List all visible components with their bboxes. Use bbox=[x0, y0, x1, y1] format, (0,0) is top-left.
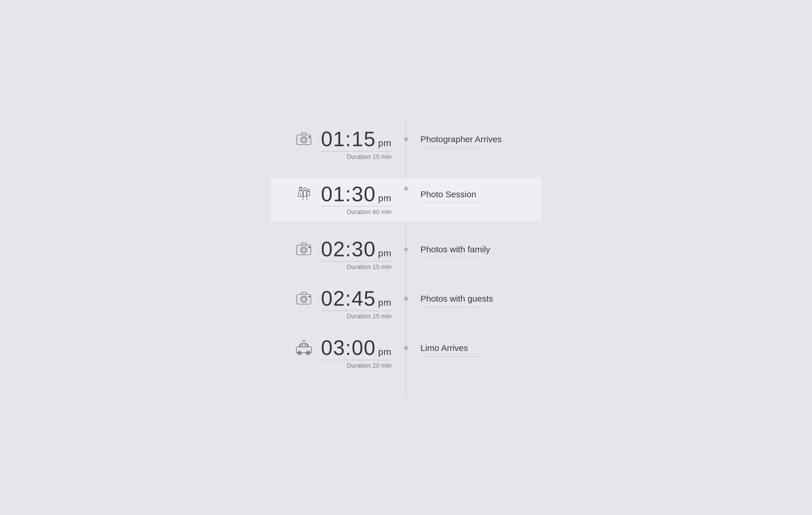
timeline-container: 01:15 pm Duration 15 min Photographer Ar… bbox=[276, 117, 536, 398]
time-display: 01:15 pm bbox=[321, 129, 392, 149]
svg-point-16 bbox=[309, 296, 310, 297]
time-digits: 02:45 bbox=[321, 288, 376, 309]
time-block: 02:45 pm Duration 15 min bbox=[321, 288, 392, 320]
time-display: 02:45 pm bbox=[321, 288, 392, 309]
duration-line bbox=[321, 360, 392, 360]
people-icon bbox=[294, 184, 314, 204]
timeline-dot bbox=[404, 247, 408, 251]
timeline-dot bbox=[404, 137, 408, 141]
event-separator bbox=[420, 356, 484, 357]
timeline-item: 02:30 pm Duration 15 min Photos with fam… bbox=[276, 239, 536, 271]
svg-point-7 bbox=[308, 189, 310, 191]
event-title: Photos with family bbox=[420, 245, 536, 254]
time-block: 03:00 pm Duration 20 min bbox=[321, 337, 392, 369]
time-display: 03:00 pm bbox=[321, 337, 392, 358]
svg-point-2 bbox=[302, 138, 306, 142]
time-block: 02:30 pm Duration 15 min bbox=[321, 239, 392, 271]
right-side: Photo Session bbox=[406, 184, 542, 203]
svg-rect-6 bbox=[303, 190, 307, 196]
svg-point-11 bbox=[302, 248, 306, 252]
event-separator bbox=[420, 307, 484, 307]
timeline-dot bbox=[404, 187, 408, 191]
duration-text: Duration 15 min bbox=[347, 153, 392, 161]
duration-line bbox=[321, 261, 392, 262]
time-digits: 03:00 bbox=[321, 337, 376, 358]
svg-point-5 bbox=[303, 187, 306, 190]
right-side: Limo Arrives bbox=[406, 337, 536, 357]
svg-point-4 bbox=[299, 187, 302, 190]
time-display: 01:30 pm bbox=[321, 184, 392, 205]
time-block: 01:30 pm Duration 60 min bbox=[321, 184, 392, 216]
time-digits: 02:30 bbox=[321, 239, 376, 260]
time-digits: 01:30 bbox=[321, 184, 376, 205]
duration-text: Duration 15 min bbox=[347, 263, 392, 271]
event-title: Photographer Arrives bbox=[420, 134, 536, 144]
timeline-dot bbox=[404, 346, 408, 350]
event-title: Photo Session bbox=[420, 189, 542, 199]
time-ampm: pm bbox=[378, 138, 392, 149]
time-ampm: pm bbox=[378, 346, 392, 357]
time-ampm: pm bbox=[378, 297, 392, 308]
svg-point-3 bbox=[309, 137, 310, 138]
timeline-item: 01:30 pm Duration 60 min Photo Session bbox=[270, 178, 542, 221]
event-title: Photos with guests bbox=[420, 294, 536, 304]
svg-point-14 bbox=[301, 296, 307, 302]
right-side: Photos with guests bbox=[406, 288, 536, 307]
duration-text: Duration 20 min bbox=[347, 362, 392, 369]
time-digits: 01:15 bbox=[321, 129, 376, 149]
svg-point-12 bbox=[309, 246, 310, 248]
car-icon bbox=[294, 337, 314, 358]
camera-icon bbox=[294, 288, 314, 308]
svg-rect-8 bbox=[307, 191, 310, 195]
duration-line bbox=[321, 206, 392, 207]
duration-text: Duration 15 min bbox=[347, 312, 392, 320]
right-side: Photographer Arrives bbox=[406, 129, 536, 148]
left-side: 03:00 pm Duration 20 min bbox=[276, 337, 406, 369]
timeline-dot bbox=[404, 297, 408, 301]
event-title: Limo Arrives bbox=[420, 343, 536, 353]
left-side: 02:45 pm Duration 15 min bbox=[276, 288, 406, 320]
timeline-item: 02:45 pm Duration 15 min Photos with gue… bbox=[276, 288, 536, 320]
left-side: 02:30 pm Duration 15 min bbox=[276, 239, 406, 271]
duration-line bbox=[321, 151, 392, 151]
camera-icon bbox=[294, 129, 314, 149]
event-separator bbox=[420, 148, 484, 148]
svg-point-1 bbox=[301, 137, 307, 143]
event-separator bbox=[420, 203, 484, 203]
left-side: 01:30 pm Duration 60 min bbox=[270, 184, 406, 216]
svg-rect-17 bbox=[296, 347, 312, 353]
time-display: 02:30 pm bbox=[321, 239, 392, 260]
svg-point-10 bbox=[301, 246, 307, 253]
time-ampm: pm bbox=[378, 193, 392, 204]
duration-text: Duration 60 min bbox=[347, 208, 392, 216]
timeline-item: 01:15 pm Duration 15 min Photographer Ar… bbox=[276, 129, 536, 161]
svg-point-15 bbox=[302, 297, 306, 301]
time-ampm: pm bbox=[378, 248, 392, 259]
duration-line bbox=[321, 310, 392, 311]
right-side: Photos with family bbox=[406, 239, 536, 258]
timeline-item: 03:00 pm Duration 20 min Limo Arrives bbox=[276, 337, 536, 369]
left-side: 01:15 pm Duration 15 min bbox=[276, 129, 406, 161]
camera-icon bbox=[294, 239, 314, 259]
event-separator bbox=[420, 258, 484, 258]
time-block: 01:15 pm Duration 15 min bbox=[321, 129, 392, 161]
